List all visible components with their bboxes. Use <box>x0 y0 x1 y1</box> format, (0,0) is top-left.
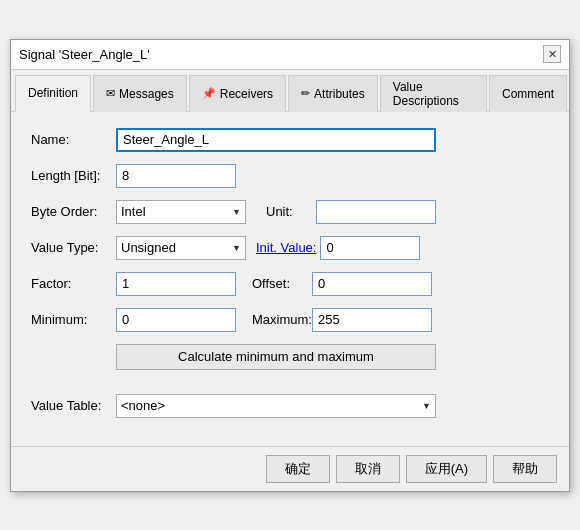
length-input[interactable] <box>116 164 236 188</box>
offset-input[interactable] <box>312 272 432 296</box>
apply-button[interactable]: 应用(A) <box>406 455 487 483</box>
attributes-icon: ✏ <box>301 87 310 100</box>
name-label: Name: <box>31 132 116 147</box>
value-table-label: Value Table: <box>31 398 116 413</box>
tab-definition-label: Definition <box>28 86 78 100</box>
value-table-wrapper: <none> <box>116 394 436 418</box>
help-button[interactable]: 帮助 <box>493 455 557 483</box>
name-row: Name: <box>31 128 549 152</box>
min-max-row: Minimum: Maximum: <box>31 308 549 332</box>
byteorder-unit-row: Byte Order: Intel Motorola MSB Motorola … <box>31 200 549 224</box>
tab-value-descriptions-label: Value Descriptions <box>393 80 474 108</box>
minimum-label: Minimum: <box>31 312 116 327</box>
init-value-link[interactable]: Init. Value: <box>256 240 316 255</box>
close-button[interactable]: ✕ <box>543 45 561 63</box>
tab-messages-label: Messages <box>119 87 174 101</box>
init-value-input[interactable] <box>320 236 420 260</box>
tab-comment[interactable]: Comment <box>489 75 567 112</box>
tab-receivers-label: Receivers <box>220 87 273 101</box>
unit-input[interactable] <box>316 200 436 224</box>
unit-label: Unit: <box>266 204 316 219</box>
byte-order-wrapper: Intel Motorola MSB Motorola LSB <box>116 200 246 224</box>
confirm-button[interactable]: 确定 <box>266 455 330 483</box>
window-title: Signal 'Steer_Angle_L' <box>19 47 150 62</box>
factor-label: Factor: <box>31 276 116 291</box>
footer: 确定 取消 应用(A) 帮助 <box>11 446 569 491</box>
calc-row: Calculate minimum and maximum <box>31 344 549 382</box>
tab-receivers[interactable]: 📌 Receivers <box>189 75 286 112</box>
value-type-wrapper: Unsigned Signed IEEE Float IEEE Double <box>116 236 246 260</box>
tab-attributes-label: Attributes <box>314 87 365 101</box>
receivers-icon: 📌 <box>202 87 216 100</box>
byte-order-label: Byte Order: <box>31 204 116 219</box>
tab-attributes[interactable]: ✏ Attributes <box>288 75 378 112</box>
title-bar: Signal 'Steer_Angle_L' ✕ <box>11 40 569 70</box>
factor-offset-row: Factor: Offset: <box>31 272 549 296</box>
tab-comment-label: Comment <box>502 87 554 101</box>
form-content: Name: Length [Bit]: Byte Order: Intel Mo… <box>11 112 569 446</box>
offset-label: Offset: <box>252 276 312 291</box>
name-input[interactable] <box>116 128 436 152</box>
value-table-row: Value Table: <none> <box>31 394 549 418</box>
maximum-label: Maximum: <box>252 312 312 327</box>
messages-icon: ✉ <box>106 87 115 100</box>
cancel-button[interactable]: 取消 <box>336 455 400 483</box>
byte-order-select[interactable]: Intel Motorola MSB Motorola LSB <box>116 200 246 224</box>
minimum-input[interactable] <box>116 308 236 332</box>
tab-value-descriptions[interactable]: Value Descriptions <box>380 75 487 112</box>
tab-bar: Definition ✉ Messages 📌 Receivers ✏ Attr… <box>11 70 569 112</box>
calculate-button[interactable]: Calculate minimum and maximum <box>116 344 436 370</box>
length-row: Length [Bit]: <box>31 164 549 188</box>
value-type-select[interactable]: Unsigned Signed IEEE Float IEEE Double <box>116 236 246 260</box>
tab-definition[interactable]: Definition <box>15 75 91 112</box>
value-type-label: Value Type: <box>31 240 116 255</box>
main-window: Signal 'Steer_Angle_L' ✕ Definition ✉ Me… <box>10 39 570 492</box>
factor-input[interactable] <box>116 272 236 296</box>
value-table-select[interactable]: <none> <box>116 394 436 418</box>
length-label: Length [Bit]: <box>31 168 116 183</box>
tab-messages[interactable]: ✉ Messages <box>93 75 187 112</box>
maximum-input[interactable] <box>312 308 432 332</box>
valuetype-init-row: Value Type: Unsigned Signed IEEE Float I… <box>31 236 549 260</box>
